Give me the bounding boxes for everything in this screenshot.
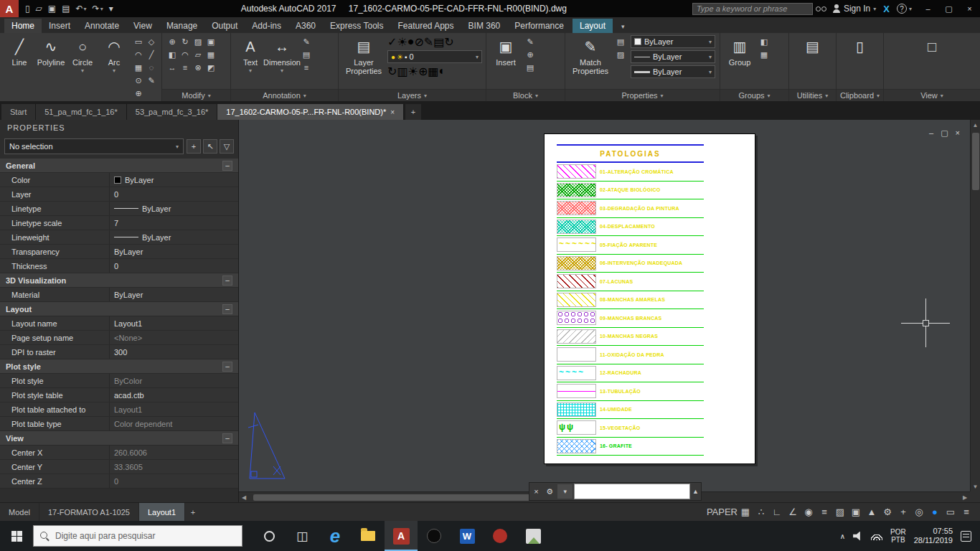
- ribbon-tab[interactable]: View: [126, 19, 159, 33]
- selection-cycling-icon[interactable]: ▣: [848, 504, 864, 520]
- draw-tool-icon[interactable]: ◌: [145, 61, 158, 74]
- save-button[interactable]: ▣▾: [46, 1, 58, 16]
- dimension-button[interactable]: ↔ Dimension ▾: [266, 35, 298, 74]
- annotation-panel-label[interactable]: Annotation▾: [231, 89, 338, 101]
- file-tab[interactable]: Start ×: [1, 104, 36, 120]
- text-button[interactable]: A Text ▾: [235, 35, 266, 74]
- grid-icon[interactable]: ▦: [738, 504, 753, 520]
- tray-expand-icon[interactable]: ∧: [840, 532, 845, 540]
- section-collapse-button[interactable]: –: [222, 362, 232, 372]
- ribbon-tab[interactable]: Annotate: [77, 19, 126, 33]
- dark-app-button[interactable]: [418, 521, 451, 551]
- edge-browser-button[interactable]: e: [319, 521, 352, 551]
- draw-tool-icon[interactable]: ▦: [132, 61, 145, 74]
- group-tool-icon[interactable]: ◧: [758, 35, 771, 48]
- ribbon-tab[interactable]: A360: [288, 19, 323, 33]
- property-row[interactable]: 3D Visualization – 3D Visualization: [0, 273, 238, 288]
- layer-tool-icon[interactable]: ☀: [397, 35, 407, 49]
- property-row[interactable]: DPI to raster – DPI to raster 300: [0, 345, 238, 359]
- modify-tool-icon[interactable]: ↻: [179, 35, 192, 48]
- property-row[interactable]: Layout – Layout: [0, 302, 238, 316]
- layer-tool-icon[interactable]: ▥: [397, 65, 407, 78]
- section-collapse-button[interactable]: –: [222, 276, 232, 286]
- paste-button[interactable]: ▯: [844, 35, 876, 56]
- file-tab[interactable]: 17_1602-CARMO-05-P...FR-FNL-R00(BIND)* ×: [217, 104, 404, 120]
- word-button[interactable]: W: [451, 521, 484, 551]
- minimize-button[interactable]: –: [918, 0, 938, 17]
- property-value[interactable]: 7: [109, 216, 238, 230]
- clipboard-panel-label[interactable]: Clipboard▾: [837, 89, 883, 101]
- transparency-icon[interactable]: ▨: [832, 504, 848, 520]
- photos-button[interactable]: [517, 521, 550, 551]
- property-value[interactable]: ByLayer: [109, 173, 238, 187]
- line-button[interactable]: ╱ Line ▾: [4, 35, 35, 74]
- annotation-tool-icon[interactable]: ≡: [300, 61, 313, 74]
- property-row[interactable]: Layer – Layer 0: [0, 187, 238, 202]
- command-customize-icon[interactable]: ⚙: [543, 487, 557, 496]
- lineweight-dropdown[interactable]: ByLayer ▾: [631, 65, 715, 78]
- scroll-right-icon[interactable]: ▶: [960, 494, 970, 501]
- undo-button[interactable]: ↶▾: [74, 1, 89, 16]
- ribbon-tab[interactable]: Add-ins: [245, 19, 288, 33]
- annotation-tool-icon[interactable]: ✎: [300, 35, 313, 48]
- groups-panel-label[interactable]: Groups▾: [720, 89, 788, 101]
- scroll-down-icon[interactable]: ▼: [973, 481, 979, 491]
- scroll-up-icon[interactable]: ▲: [973, 120, 979, 130]
- block-tool-icon[interactable]: ⊕: [524, 48, 537, 61]
- ribbon-tab[interactable]: Insert: [42, 19, 77, 33]
- close-icon[interactable]: ×: [390, 108, 395, 116]
- ribbon-tab[interactable]: Manage: [159, 19, 204, 33]
- property-value[interactable]: 300: [109, 345, 238, 359]
- layer-tool-icon[interactable]: ●: [407, 35, 415, 49]
- property-value[interactable]: ByLayer: [109, 230, 238, 244]
- modify-tool-icon[interactable]: ◠: [179, 48, 192, 61]
- ribbon-tab[interactable]: Layout: [573, 19, 613, 33]
- property-value[interactable]: 33.3605: [109, 460, 238, 474]
- layout-tab[interactable]: 17-FORMATO A1-1025: [39, 503, 139, 522]
- layer-tool-icon[interactable]: ⊘: [414, 35, 423, 49]
- match-properties-button[interactable]: ✎ Match Properties: [569, 35, 612, 75]
- view-panel-label[interactable]: View▾: [884, 89, 980, 101]
- task-view-button[interactable]: ◫: [286, 521, 319, 551]
- property-row[interactable]: Plot table attached to – Plot table atta…: [0, 402, 238, 417]
- maximize-button[interactable]: ▢: [938, 0, 959, 17]
- volume-icon[interactable]: [853, 532, 863, 541]
- property-value[interactable]: <None>: [109, 331, 238, 344]
- command-input[interactable]: [574, 484, 690, 499]
- property-value[interactable]: ByLayer: [109, 288, 238, 301]
- layout-tab[interactable]: Layout1: [139, 503, 185, 522]
- ribbon-tab[interactable]: BIM 360: [461, 19, 508, 33]
- property-row[interactable]: Color – Color ByLayer: [0, 173, 238, 187]
- workspace-switching-icon[interactable]: ⚙: [880, 504, 895, 520]
- property-value[interactable]: 0: [109, 259, 238, 273]
- keyword-search-input[interactable]: [692, 3, 813, 15]
- modify-tool-icon[interactable]: ⊕: [166, 35, 179, 48]
- property-value[interactable]: ByLayer: [109, 245, 238, 258]
- layer-dropdown[interactable]: ●☀▪ 0 ▾: [387, 50, 482, 63]
- doc-minimize-button[interactable]: –: [929, 128, 933, 138]
- group-button[interactable]: ▥ Group: [724, 35, 755, 67]
- modify-tool-icon[interactable]: ↔: [166, 61, 179, 74]
- close-button[interactable]: ×: [959, 0, 980, 17]
- customization-icon[interactable]: ≡: [958, 504, 974, 520]
- property-value[interactable]: 260.6006: [109, 446, 238, 459]
- modify-tool-icon[interactable]: ◩: [204, 61, 217, 74]
- draw-tool-icon[interactable]: ⊕: [132, 87, 145, 100]
- annotation-tool-icon[interactable]: ▤: [300, 48, 313, 61]
- modify-tool-icon[interactable]: ▦: [204, 48, 217, 61]
- taskbar-search[interactable]: [33, 525, 242, 547]
- property-value[interactable]: ByLayer: [109, 202, 238, 215]
- quick-select-button[interactable]: ▽: [220, 139, 234, 154]
- modify-tool-icon[interactable]: ▣: [204, 35, 217, 48]
- layer-tool-icon[interactable]: ✎: [424, 35, 433, 49]
- command-history-button[interactable]: ▲: [690, 488, 701, 495]
- drawing-area[interactable]: –▢× PATOLOGIAS 01-ALTERAÇÃO CROMÁTICA 02…: [239, 120, 970, 491]
- quick-access-menu-button[interactable]: ▾▾: [107, 1, 116, 16]
- draw-tool-icon[interactable]: ╱: [145, 48, 158, 61]
- group-tool-icon[interactable]: ▦: [758, 48, 771, 61]
- language-indicator[interactable]: POR PTB: [890, 528, 906, 544]
- new-drawing-tab-button[interactable]: +: [405, 104, 421, 120]
- property-value[interactable]: ByColor: [109, 374, 238, 387]
- new-button[interactable]: ▯▾: [23, 1, 32, 16]
- snap-mode-icon[interactable]: ∴: [753, 504, 769, 520]
